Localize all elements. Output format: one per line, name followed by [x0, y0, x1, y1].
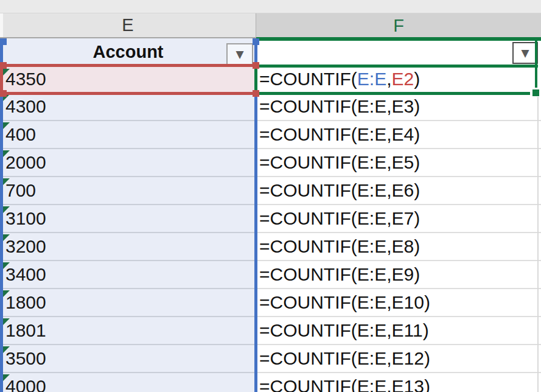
- header-left-sliver: [0, 13, 3, 37]
- cell-f2-active-formula[interactable]: =COUNTIF(E:E,E2): [256, 65, 541, 93]
- account-value: 3500: [5, 348, 46, 369]
- account-header-label: Account: [93, 42, 164, 62]
- formula-text: =COUNTIF(E:E,E11): [259, 320, 429, 341]
- account-cell[interactable]: 3500: [0, 345, 256, 373]
- account-cell[interactable]: 2000: [0, 149, 256, 177]
- formula-cell[interactable]: =COUNTIF(E:E,E11): [256, 317, 541, 345]
- active-cell-border-top: [257, 65, 538, 68]
- account-value: 2000: [5, 152, 46, 173]
- error-indicator-triangle: [3, 206, 10, 213]
- active-cell-border-bottom: [257, 92, 530, 95]
- reference-border-red-bottom: [0, 92, 257, 95]
- formula-comma: ,: [386, 69, 391, 89]
- error-indicator-triangle: [3, 122, 10, 129]
- account-cell[interactable]: 4000: [0, 373, 256, 392]
- formula-text: =COUNTIF(E:E,E7): [259, 208, 420, 229]
- error-indicator-triangle: [3, 318, 10, 325]
- column-header-e[interactable]: E: [0, 13, 256, 38]
- account-value: 400: [5, 124, 36, 145]
- formula-cell[interactable]: =COUNTIF(E:E,E8): [256, 233, 541, 261]
- formula-text: =COUNTIF(E:E,E5): [259, 152, 420, 173]
- formula-cell[interactable]: =COUNTIF(E:E,E7): [256, 205, 541, 233]
- column-letter-e: E: [122, 15, 133, 35]
- formula-cell[interactable]: =COUNTIF(E:E,E12): [256, 345, 541, 373]
- formula-text: =COUNTIF(E:E,E12): [259, 348, 430, 369]
- selected-column-underline: [256, 37, 541, 41]
- formula-text: =COUNTIF(E:E,E8): [259, 236, 420, 257]
- chevron-down-icon: ▼: [521, 48, 529, 58]
- active-cell-border-left: [254, 68, 257, 92]
- formula-text: =COUNTIF(E:E,E10): [259, 292, 430, 313]
- formula-cell[interactable]: =COUNTIF(E:E,E3): [256, 93, 541, 121]
- account-value: 4300: [5, 96, 46, 117]
- account-value: 1801: [5, 320, 46, 341]
- account-cell[interactable]: 3200: [0, 233, 256, 261]
- formula-text: =COUNTIF(E:E,E3): [259, 96, 420, 117]
- formula-close-paren: ): [414, 69, 420, 89]
- red-reference-handle-bottom-left[interactable]: [0, 90, 7, 97]
- formula-function-part: =COUNTIF(: [259, 69, 357, 89]
- column-header-row: E F: [0, 13, 541, 38]
- formula-cell[interactable]: =COUNTIF(E:E,E9): [256, 261, 541, 289]
- chevron-down-icon: ▼: [236, 49, 243, 60]
- formula-cell[interactable]: =COUNTIF(E:E,E10): [256, 289, 541, 317]
- account-cell[interactable]: 3100: [0, 205, 256, 233]
- cell-e1-account-header[interactable]: Account ▼: [0, 38, 256, 65]
- account-value: 3200: [5, 236, 46, 257]
- error-indicator-triangle: [3, 290, 10, 297]
- account-cell[interactable]: 1801: [0, 317, 256, 345]
- formula-cell[interactable]: =COUNTIF(E:E,E5): [256, 149, 541, 177]
- column-letter-f: F: [393, 16, 404, 36]
- account-cell[interactable]: 1800: [0, 289, 256, 317]
- red-reference-handle-top-left[interactable]: [0, 62, 7, 69]
- error-indicator-triangle: [3, 262, 10, 269]
- red-reference-handle-bottom-right[interactable]: [253, 90, 259, 97]
- formula-text: =COUNTIF(E:E,E4): [259, 124, 420, 145]
- formula-cell[interactable]: =COUNTIF(E:E,E13): [256, 373, 541, 392]
- fill-handle[interactable]: [532, 89, 540, 97]
- account-cell[interactable]: 4300: [0, 93, 256, 121]
- formula-range-reference: E:E: [357, 69, 386, 89]
- account-value: 700: [5, 180, 36, 201]
- error-indicator-triangle: [3, 234, 10, 241]
- column-header-f[interactable]: F: [256, 13, 541, 38]
- top-strip: [0, 0, 541, 13]
- filter-dropdown-button-f[interactable]: ▼: [512, 42, 538, 64]
- account-value: 4350: [5, 69, 46, 89]
- error-indicator-triangle: [3, 150, 10, 157]
- formula-text: =COUNTIF(E:E,E6): [259, 180, 420, 201]
- blue-reference-handle-top-right[interactable]: [253, 38, 259, 45]
- column-f-right-gridline: [537, 96, 539, 392]
- account-cell[interactable]: 3400: [0, 261, 256, 289]
- error-indicator-triangle: [3, 374, 10, 381]
- error-indicator-triangle: [3, 69, 10, 75]
- formula-text: =COUNTIF(E:E,E13): [259, 376, 430, 392]
- active-cell-border-right: [535, 41, 537, 88]
- formula-text: =COUNTIF(E:E,E9): [259, 264, 420, 285]
- formula-cell[interactable]: =COUNTIF(E:E,E4): [256, 121, 541, 149]
- filter-dropdown-button-e[interactable]: ▼: [226, 43, 253, 65]
- formula-cell[interactable]: =COUNTIF(E:E,E6): [256, 177, 541, 205]
- red-reference-handle-top-right[interactable]: [253, 62, 259, 69]
- account-value: 4000: [5, 376, 46, 392]
- formula-criteria-reference: E2: [392, 69, 414, 89]
- account-cell[interactable]: 400: [0, 121, 256, 149]
- spreadsheet-view: E F Account ▼ 4350 4300 400 2000: [0, 0, 541, 392]
- error-indicator-triangle: [3, 346, 10, 353]
- blue-reference-handle-top-left[interactable]: [0, 38, 7, 45]
- cell-e2-active-reference[interactable]: 4350: [0, 65, 256, 93]
- account-value: 1800: [5, 292, 46, 313]
- account-cell[interactable]: 700: [0, 177, 256, 205]
- reference-border-red-top: [0, 64, 257, 67]
- account-value: 3400: [5, 264, 46, 285]
- cell-f1[interactable]: ▼: [256, 38, 541, 65]
- error-indicator-triangle: [3, 178, 10, 185]
- account-value: 3100: [5, 208, 46, 229]
